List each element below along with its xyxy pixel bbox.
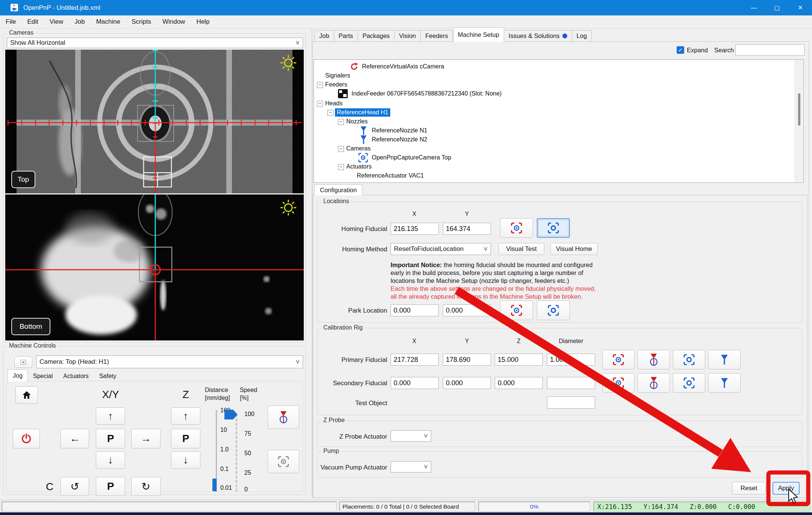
position-nozzle-button[interactable] [708,350,741,369]
reset-button[interactable]: Reset [732,482,766,495]
tree-item-reference-virtual-axis[interactable]: ReferenceVirtualAxis cCamera [350,62,444,71]
jog-target-selector[interactable]: Camera: Top (Head: H1) ˅ [36,355,303,368]
vacuum-pump-actuator-selector[interactable]: ˅ [391,461,431,472]
homing-method-selector[interactable]: ResetToFiducialLocation ˅ [391,243,491,255]
xy-park-button[interactable]: P [96,429,125,448]
capture-camera-location-button[interactable] [500,218,533,238]
tree-item-reference-head[interactable]: ReferenceHead H1 [335,108,390,117]
top-camera-view[interactable]: Top [5,50,304,193]
maximize-button[interactable]: ▢ [765,0,789,15]
visual-test-button[interactable]: Visual Test [498,243,544,255]
position-camera-button[interactable] [537,301,570,320]
z-park-button[interactable]: P [171,429,200,448]
minimize-button[interactable]: — [742,0,765,15]
primary-fiducial-y-field[interactable]: 178.690 [443,354,491,366]
tree-scrollbar[interactable] [795,60,803,182]
tree-item-cameras[interactable]: Cameras [346,144,371,153]
tab-configuration[interactable]: Configuration [314,184,362,195]
tree-item-heads[interactable]: Heads [325,99,342,108]
menu-window[interactable]: Window [157,15,191,28]
primary-fiducial-z-field[interactable]: 15.000 [495,354,543,366]
tree-expander[interactable]: − [317,82,323,88]
tab-job[interactable]: Job [314,30,334,42]
tree-item-nozzle-n1[interactable]: ReferenceNozzle N1 [360,126,427,135]
power-button[interactable] [13,429,40,448]
position-camera-button[interactable] [537,218,570,238]
capture-nozzle-location-button[interactable] [638,373,670,393]
jog-c-ccw-button[interactable]: ↺ [61,477,89,496]
bottom-camera-view[interactable]: Bottom [5,194,304,340]
homing-fiducial-y-field[interactable]: 164.374 [443,223,491,235]
c-park-button[interactable]: P [96,477,125,496]
park-location-x-field[interactable]: 0.000 [391,304,439,316]
tab-feeders[interactable]: Feeders [421,30,453,42]
brightness-sun-icon[interactable] [280,199,297,216]
tab-special[interactable]: Special [28,371,58,381]
tree-scrollbar-thumb[interactable] [798,93,800,126]
menu-job[interactable]: Job [69,15,90,28]
tab-safety[interactable]: Safety [94,371,121,381]
test-object-diameter-field[interactable] [547,397,595,409]
capture-nozzle-location-button[interactable] [638,350,670,369]
menu-view[interactable]: View [44,15,69,28]
visual-home-button[interactable]: Visual Home [550,243,598,255]
tab-jog[interactable]: Jog [8,369,28,381]
distance-slider-thumb[interactable] [212,479,217,491]
menu-scripts[interactable]: Scripts [126,15,157,28]
capture-camera-location-button[interactable] [500,301,533,320]
primary-fiducial-diameter-field[interactable]: 1.000 [547,354,595,366]
tree-item-nozzles[interactable]: Nozzles [346,117,368,126]
tree-item-nozzle-n2[interactable]: ReferenceNozzle N2 [360,135,427,144]
tree-item-indexfeeder[interactable]: IndexFeeder 0670FF565457888367212340 (Sl… [338,89,501,98]
tree-expander[interactable]: − [327,110,333,116]
close-button[interactable]: ✕ [789,0,812,15]
tree-expander[interactable]: − [338,164,344,170]
jog-y-minus-button[interactable]: ↓ [96,451,125,469]
tab-vision[interactable]: Vision [395,30,421,42]
speed-slider-track[interactable] [236,414,237,492]
jog-c-cw-button[interactable]: ↻ [131,477,161,496]
jog-z-minus-button[interactable]: ↓ [171,451,200,469]
tab-log[interactable]: Log [572,30,592,42]
jog-x-plus-button[interactable]: → [131,429,161,448]
tree-expander[interactable]: − [338,119,344,125]
tree-item-capture-camera[interactable]: OpenPnpCaptureCamera Top [358,153,451,162]
menu-edit[interactable]: Edit [21,15,44,28]
tab-packages[interactable]: Packages [358,30,394,42]
camera-view-selector[interactable]: Show All Horizontal ˅ [7,38,303,48]
position-camera-button[interactable] [673,373,705,393]
park-location-y-field[interactable]: 0.000 [443,304,491,316]
speed-slider-thumb[interactable] [224,409,238,420]
secondary-fiducial-diameter-field[interactable] [547,377,595,389]
position-nozzle-button[interactable] [708,373,741,393]
z-probe-actuator-selector[interactable]: ˅ [391,430,431,442]
jog-y-plus-button[interactable]: ↑ [96,407,125,425]
brightness-sun-icon[interactable] [280,54,297,71]
menu-machine[interactable]: Machine [91,15,126,28]
jog-z-plus-button[interactable]: ↑ [171,407,200,425]
secondary-fiducial-y-field[interactable]: 0.000 [443,377,491,389]
home-button[interactable] [15,386,38,404]
menu-file[interactable]: File [0,15,21,28]
primary-fiducial-x-field[interactable]: 217.728 [391,354,439,366]
secondary-fiducial-z-field[interactable]: 0.000 [495,377,543,389]
secondary-fiducial-x-field[interactable]: 0.000 [391,377,439,389]
tree-expander[interactable]: − [317,101,323,107]
jog-x-minus-button[interactable]: ← [61,429,89,448]
position-camera-button[interactable] [673,350,705,369]
position-nozzle-button[interactable] [268,406,299,429]
tab-machine-setup[interactable]: Machine Setup [453,27,504,42]
tree-item-actuator-vac1[interactable]: ReferenceActuator VAC1 [357,171,424,180]
tree-item-signalers[interactable]: Signalers [325,71,350,80]
position-camera-button[interactable] [268,450,299,473]
tree-item-actuators[interactable]: Actuators [346,162,372,171]
search-input[interactable] [735,44,804,56]
tab-actuators[interactable]: Actuators [58,371,94,381]
tree-expander[interactable]: − [338,146,344,152]
homing-fiducial-x-field[interactable]: 216.135 [391,223,439,235]
tree-item-feeders[interactable]: Feeders [325,80,347,89]
capture-camera-location-button[interactable] [602,350,635,369]
tab-issues-solutions[interactable]: Issues & Solutions [504,30,572,42]
menu-help[interactable]: Help [191,15,215,28]
capture-camera-location-button[interactable] [602,373,635,393]
